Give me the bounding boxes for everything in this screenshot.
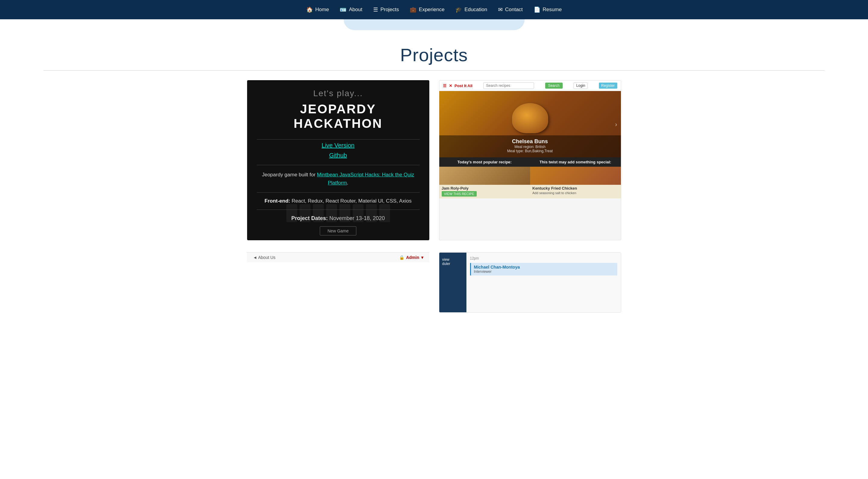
- thumb1-image: [439, 167, 530, 185]
- page-title: Projects: [0, 45, 868, 65]
- recipe-login-button[interactable]: Login: [574, 82, 588, 89]
- new-game-button[interactable]: New Game: [320, 227, 356, 235]
- card-divider-1: [257, 139, 420, 140]
- lock-icon: 🔒: [399, 255, 404, 260]
- live-version-link[interactable]: Live Version: [321, 142, 354, 149]
- desc-prefix: Jeopardy game built for: [262, 172, 317, 177]
- game-title: JEOPARDY HACKATHON: [257, 102, 420, 131]
- sidebar-text-view: view: [442, 258, 463, 262]
- nav-projects-label: Projects: [380, 7, 399, 13]
- scheduler-main: 12pm Michael Chan-Montoya Interviewer: [466, 252, 621, 312]
- nav-resume-label: Resume: [543, 7, 562, 13]
- event-role: Interviewer: [474, 270, 614, 274]
- dates-label: Project Dates:: [291, 215, 328, 221]
- nav-home[interactable]: 🏠 Home: [306, 6, 329, 13]
- nav-about[interactable]: 🪪 About: [340, 6, 362, 13]
- nav-home-label: Home: [315, 7, 329, 13]
- recipe-brand: ☰ ✕ Post It All: [443, 83, 472, 88]
- lets-play-text: Let's play...: [257, 89, 420, 98]
- nav-projects[interactable]: ☰ Projects: [373, 6, 399, 13]
- resume-icon: 📄: [534, 6, 540, 13]
- contact-icon: ✉: [498, 6, 503, 13]
- twist-recipe-label: This twist may add something special:: [530, 157, 621, 167]
- nav-contact[interactable]: ✉ Contact: [498, 6, 523, 13]
- nav-about-label: About: [349, 7, 362, 13]
- card-divider-4: [257, 209, 420, 210]
- recipe-search-button[interactable]: Search: [545, 82, 563, 89]
- card-divider-2: [257, 165, 420, 165]
- dates-value: November 13-18, 2020: [328, 215, 385, 221]
- admin-label: Admin: [406, 255, 420, 260]
- card-divider-3: [257, 192, 420, 193]
- about-bar-container: ◄ About Us 🔒 Admin ▾: [247, 252, 429, 313]
- sidebar-text-duler: duler: [442, 262, 463, 266]
- education-icon: 🎓: [455, 6, 462, 13]
- recipe-thumb-2: Kentucky Fried Chicken Add seasoning sal…: [530, 167, 621, 198]
- brand-name: Post It All: [455, 83, 472, 88]
- project-links: Live Version Github: [257, 142, 420, 159]
- scheduler-event: Michael Chan-Montoya Interviewer: [470, 263, 617, 276]
- dropdown-icon: ▾: [421, 255, 423, 260]
- bottom-row: ◄ About Us 🔒 Admin ▾ view duler 12pm Mic…: [223, 252, 645, 324]
- scheduler-time: 12pm: [470, 256, 617, 261]
- view-recipe-button-1[interactable]: VIEW THIS RECIPE: [442, 191, 477, 197]
- scheduler-project-card: view duler 12pm Michael Chan-Montoya Int…: [439, 252, 621, 313]
- popular-recipe-label: Today's most popular recipe:: [439, 157, 530, 167]
- admin-badge[interactable]: 🔒 Admin ▾: [399, 255, 423, 260]
- github-link[interactable]: Github: [329, 152, 347, 159]
- tech-stack: Front-end: React, Redux, React Router, M…: [257, 198, 420, 204]
- projects-icon: ☰: [373, 6, 378, 13]
- carousel-next-icon[interactable]: ›: [615, 121, 617, 128]
- project-dates: Project Dates: November 13-18, 2020: [257, 215, 420, 221]
- about-icon: 🪪: [340, 6, 346, 13]
- recipe-register-button[interactable]: Register: [599, 82, 617, 89]
- recipe-header: ☰ ✕ Post It All Search Login Register: [439, 80, 621, 91]
- thumb2-sub: Add seasoning salt to chicken: [530, 191, 621, 196]
- recipe-hero-image: Chelsea Buns Meal region: British Meal t…: [439, 91, 621, 157]
- jeopardy-project-card: Let's play... JEOPARDY HACKATHON Live Ve…: [247, 80, 429, 240]
- nav-experience-label: Experience: [419, 7, 444, 13]
- project-description: Jeopardy game built for Mintbean JavaScr…: [257, 171, 420, 187]
- hero-hint: [344, 19, 525, 30]
- nav-contact-label: Contact: [505, 7, 523, 13]
- about-bar: ◄ About Us 🔒 Admin ▾: [247, 252, 429, 262]
- hackathon-link[interactable]: Mintbean JavaScript Hacks: Hack the Quiz…: [317, 172, 414, 186]
- brand-icon: ✕: [449, 83, 452, 88]
- nav-resume[interactable]: 📄 Resume: [534, 6, 562, 13]
- navigation: 🏠 Home 🪪 About ☰ Projects 💼 Experience 🎓…: [0, 0, 868, 19]
- recipe-overlay: Chelsea Buns Meal region: British Meal t…: [439, 135, 621, 157]
- recipe-thumbnails: Jam Roly-Poly VIEW THIS RECIPE Kentucky …: [439, 167, 621, 198]
- experience-icon: 💼: [410, 6, 416, 13]
- nav-education[interactable]: 🎓 Education: [455, 6, 487, 13]
- tech-label: Front-end:: [265, 198, 290, 204]
- recipe-hero-title: Chelsea Buns: [442, 138, 619, 145]
- thumb2-name: Kentucky Fried Chicken: [530, 185, 621, 191]
- nav-education-label: Education: [464, 7, 487, 13]
- section-divider: [43, 70, 825, 71]
- recipe-project-card: ☰ ✕ Post It All Search Login Register Ch…: [439, 80, 621, 240]
- nav-experience[interactable]: 💼 Experience: [410, 6, 444, 13]
- projects-grid: Let's play... JEOPARDY HACKATHON Live Ve…: [223, 80, 645, 252]
- home-icon: 🏠: [306, 6, 313, 13]
- hamburger-icon: ☰: [443, 83, 446, 88]
- recipe-hero-sub1: Meal region: British: [442, 145, 619, 149]
- about-us-link[interactable]: ◄ About Us: [253, 255, 276, 260]
- scheduler-sidebar: view duler: [439, 252, 466, 312]
- event-person-name: Michael Chan-Montoya: [474, 265, 614, 270]
- recipe-search-input[interactable]: [483, 82, 534, 89]
- scheduler-container: view duler 12pm Michael Chan-Montoya Int…: [439, 252, 621, 313]
- desc-suffix: .: [347, 180, 348, 186]
- recipe-hero-sub2: Meal type: Bun,Baking,Treat: [442, 149, 619, 153]
- recipe-thumb-1: Jam Roly-Poly VIEW THIS RECIPE: [439, 167, 530, 198]
- thumb2-image: [530, 167, 621, 185]
- thumb1-name: Jam Roly-Poly: [439, 185, 530, 191]
- tech-value: React, Redux, React Router, Material UI,…: [290, 198, 412, 204]
- bun-image: [512, 103, 548, 133]
- recipe-section-labels: Today's most popular recipe: This twist …: [439, 157, 621, 167]
